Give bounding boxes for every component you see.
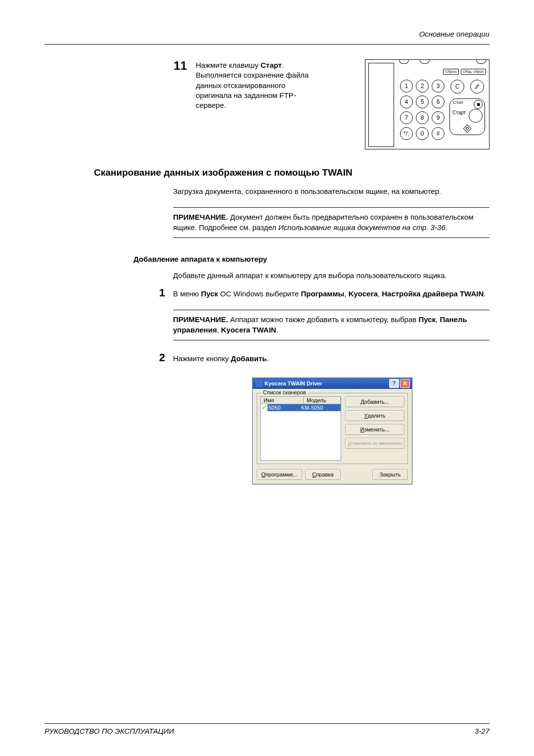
edit-u: И — [360, 426, 364, 432]
note-rule-top — [173, 207, 490, 208]
panel-keypad: 1 2 3 4 5 6 7 8 9 */. 0 # — [400, 80, 445, 140]
panel-allreset-label: Общ. сброс — [461, 69, 486, 75]
footer-page-number: 3-27 — [475, 727, 490, 735]
help-button[interactable]: ? — [389, 379, 399, 388]
step11-t1: Нажмите клавишу — [196, 61, 261, 69]
s1-i: . — [484, 289, 486, 298]
s1-c: ОС Windows выберите — [218, 289, 301, 298]
row-model: KM-5050 — [298, 404, 341, 411]
s1-f: Kyocera — [349, 289, 378, 298]
key-0: 0 — [416, 127, 429, 140]
row-check-icon: ✓ — [261, 404, 267, 411]
s1-d: Программы — [301, 289, 344, 298]
list-row[interactable]: ✓ 5050 KM-5050 — [261, 404, 341, 411]
key-3: 3 — [432, 80, 445, 93]
help-button-bottom[interactable]: Справка — [305, 469, 341, 480]
key-1: 1 — [400, 80, 413, 93]
note-label: ПРИМЕЧАНИЕ. — [173, 213, 228, 221]
dialog-title: Kyocera TWAIN Driver — [265, 380, 322, 386]
step-11-number: 11 — [167, 59, 187, 149]
step-11-text: Нажмите клавишу Старт. Выполняется сохра… — [196, 59, 314, 149]
panel-screen — [368, 63, 394, 147]
step-2: 2 Нажмите кнопку Добавить. — [44, 352, 490, 364]
twain-note: ПРИМЕЧАНИЕ. Документ должен быть предвар… — [173, 212, 490, 233]
del-t: далить — [368, 413, 386, 419]
page-footer: РУКОВОДСТВО ПО ЭКСПЛУАТАЦИИ 3-27 — [44, 723, 490, 735]
scanner-list[interactable]: Имя Модель ✓ 5050 KM-5050 — [260, 396, 341, 461]
twain-driver-dialog: Kyocera TWAIN Driver ? ✕ Список сканеров… — [252, 378, 412, 484]
n2-g: Kyocera TWAIN — [221, 326, 276, 334]
s2-b: Добавить — [231, 354, 267, 363]
del-u: У — [364, 413, 368, 419]
step-11: 11 Нажмите клавишу Старт. Выполняется со… — [44, 59, 490, 149]
delete-button[interactable]: Удалить — [345, 410, 404, 421]
step-1-text: В меню Пуск ОС Windows выберите Программ… — [173, 287, 490, 299]
panel-start-btn — [469, 109, 483, 123]
panel-start-label: Старт — [452, 110, 466, 115]
step-1: 1 В меню Пуск ОС Windows выберите Програ… — [44, 287, 490, 299]
s1-a: В меню — [173, 289, 201, 298]
list-header: Имя Модель — [261, 397, 341, 404]
key-7: 7 — [400, 111, 413, 124]
key-9: 9 — [432, 111, 445, 124]
edit-t: зменить... — [364, 426, 390, 432]
panel-tabs — [396, 60, 487, 67]
add-device-note: ПРИМЕЧАНИЕ. Аппарат можно также добавить… — [173, 314, 490, 335]
s1-e: , — [344, 289, 348, 298]
step-1-number: 1 — [44, 287, 165, 299]
n2-h: . — [276, 326, 278, 334]
add-device-intro: Добавьте данный аппарат к компьютеру для… — [173, 270, 490, 281]
add-button[interactable]: Добавить... — [345, 396, 404, 407]
step-2-number: 2 — [44, 352, 165, 364]
add-device-heading: Добавление аппарата к компьютеру — [134, 255, 490, 263]
key-6: 6 — [432, 95, 445, 108]
key-slash: ⁄⁄ — [470, 80, 484, 94]
key-8: 8 — [416, 111, 429, 124]
panel-tab — [420, 59, 430, 64]
scanner-list-label: Список сканеров — [261, 389, 308, 395]
panel-tab — [476, 59, 486, 64]
twain-intro: Загрузка документа, сохраненного в польз… — [173, 186, 490, 196]
key-c: C — [450, 80, 464, 94]
s1-h: Настройка драйвера TWAIN — [382, 289, 484, 298]
n2-a: ПРИМЕЧАНИЕ. — [173, 315, 228, 324]
panel-reset-label: Сброс — [443, 69, 458, 75]
row-name: 5050 — [267, 404, 298, 411]
step11-start: Старт — [261, 61, 282, 69]
col-model[interactable]: Модель — [304, 397, 341, 404]
note-ref: Использование ящика документов на стр. 3… — [278, 223, 445, 232]
control-panel-illustration: Сброс Общ. сброс 1 2 3 4 5 6 7 8 9 */. 0… — [365, 59, 490, 149]
panel-start-group: Стоп ⏹ Старт — [449, 98, 485, 135]
key-5: 5 — [416, 95, 429, 108]
set-default-button[interactable]: Установить по умолчанию — [345, 438, 404, 449]
edit-button[interactable]: Изменить... — [345, 424, 404, 435]
about-button[interactable]: О программе... — [257, 469, 302, 480]
about-t: программе... — [266, 472, 298, 477]
dialog-bottom-row: О программе... Справка Закрыть — [257, 469, 408, 480]
note2-rule-top — [173, 310, 490, 310]
key-4: 4 — [400, 95, 413, 108]
col-name[interactable]: Имя — [261, 397, 304, 404]
app-icon — [256, 380, 263, 387]
panel-start-icon — [463, 125, 472, 133]
def-t: становить по умолчанию — [351, 441, 402, 446]
close-dialog-button[interactable]: Закрыть — [372, 469, 408, 480]
scanner-list-group: Список сканеров Имя Модель ✓ 5050 KM-505… — [257, 393, 408, 464]
n2-c: Пуск — [418, 315, 436, 324]
panel-tab — [399, 59, 409, 64]
help-u: С — [312, 472, 316, 477]
n2-f: , — [217, 326, 221, 334]
note-dot: . — [445, 223, 447, 232]
twain-heading: Сканирование данных изображения с помощь… — [94, 167, 490, 178]
s1-g: , — [378, 289, 382, 298]
close-button[interactable]: ✕ — [400, 379, 410, 388]
n2-b: Аппарат можно также добавить к компьютер… — [228, 315, 418, 324]
s2-c: . — [267, 354, 268, 363]
button-column: Добавить... Удалить Изменить... Установи… — [345, 396, 404, 461]
dialog-body: Список сканеров Имя Модель ✓ 5050 KM-505… — [253, 389, 412, 484]
key-2: 2 — [416, 80, 429, 93]
key-star: */. — [400, 127, 413, 140]
dialog-titlebar[interactable]: Kyocera TWAIN Driver ? ✕ — [253, 378, 412, 389]
s1-b: Пуск — [201, 289, 219, 298]
header-section: Основные операции — [44, 30, 490, 38]
